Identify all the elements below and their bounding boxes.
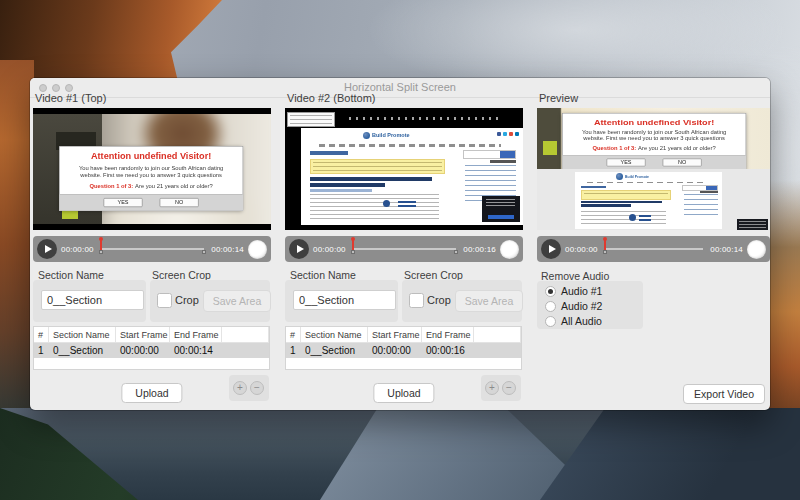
table-row[interactable]: 1 0__Section 00:00:00 00:00:16 (286, 343, 521, 358)
video1-section-name-input[interactable]: 0__Section (41, 290, 144, 310)
video1-panel-label: Video #1 (Top) (35, 92, 106, 104)
video1-player-bar: 00:00:00 00:00:14 (33, 236, 271, 262)
video1-trim-end-handle[interactable] (202, 250, 206, 254)
website-section-heading (310, 151, 348, 155)
video2-jog-knob[interactable] (500, 240, 519, 259)
video2-save-area-button[interactable]: Save Area (455, 290, 523, 312)
audio2-radio-label: Audio #2 (561, 300, 602, 312)
website-headline-2 (310, 183, 385, 187)
export-video-button[interactable]: Export Video (683, 384, 765, 404)
overlay-question-text: Are you 21 years old or older? (135, 183, 213, 189)
website-inline-logo (383, 199, 416, 210)
audio2-radio[interactable] (545, 301, 556, 312)
website-search-button (500, 151, 515, 158)
preview-play-button[interactable] (541, 239, 561, 259)
video2-remove-section-button[interactable]: − (502, 381, 516, 395)
video2-panel: Video #2 (Bottom) Build Promote (285, 78, 523, 410)
video2-trim-end-handle[interactable] (454, 250, 458, 254)
video2-playhead[interactable] (352, 240, 354, 250)
video1-panel: Video #1 (Top) Attention undefined Visit… (33, 78, 271, 410)
video1-current-time: 00:00:00 (61, 245, 94, 254)
video2-play-button[interactable] (289, 239, 309, 259)
video2-popup (287, 112, 335, 127)
video2-player-bar: 00:00:00 00:00:16 (285, 236, 523, 262)
app-window: Horizontal Split Screen Video #1 (Top) A… (30, 78, 770, 410)
preview-panel: Preview Attention undefined Visitor! You… (537, 78, 770, 410)
preview-jog-knob[interactable] (747, 240, 766, 259)
video2-section-name-input[interactable]: 0__Section (293, 290, 396, 310)
website-headline (581, 201, 662, 204)
video2-add-section-button[interactable]: + (485, 381, 499, 395)
preview-trim-start-handle[interactable] (603, 250, 607, 254)
ad-banner (737, 219, 768, 230)
video1-save-area-button[interactable]: Save Area (203, 290, 271, 312)
video1-jog-knob[interactable] (248, 240, 267, 259)
overlay-no-button: NO (160, 198, 199, 207)
video2-thumbnail: Build Promote (285, 108, 523, 230)
preview-panel-label: Preview (539, 92, 578, 104)
website-logo-text: Build Promote (372, 133, 410, 139)
cell-num: 1 (34, 345, 49, 356)
all-audio-radio-label: All Audio (561, 315, 602, 327)
video1-upload-button[interactable]: Upload (121, 383, 182, 403)
overlay-question-label: Question 1 of 3: (89, 183, 133, 189)
video2-crop-checkbox[interactable] (409, 293, 424, 308)
preview-overlay-dialog: Attention undefined Visitor! You have be… (562, 113, 746, 169)
col-section-name: Section Name (49, 327, 116, 342)
audio2-radio-row[interactable]: Audio #2 (545, 300, 602, 312)
overlay-body: You have been randomly to join our South… (69, 164, 232, 178)
video1-play-button[interactable] (37, 239, 57, 259)
play-icon (297, 245, 304, 253)
play-icon (549, 245, 556, 253)
overlay-yes-button: YES (607, 158, 646, 166)
website-logo: Build Promote (363, 130, 440, 142)
overlay-footer: YES NO (60, 194, 243, 210)
audio1-radio[interactable] (545, 286, 556, 297)
video1-overlay-dialog: Attention undefined Visitor! You have be… (59, 146, 243, 211)
preview-playhead[interactable] (604, 240, 606, 250)
globe-icon (363, 132, 370, 139)
video1-crop-checkbox[interactable] (157, 293, 172, 308)
overlay-body: You have been randomly to join our South… (572, 129, 735, 142)
preview-player-bar: 00:00:00 00:00:14 (537, 236, 770, 262)
website-sidebar-heading (490, 160, 517, 163)
website-sidebar-heading (700, 191, 718, 193)
table-row[interactable]: 1 0__Section 00:00:00 00:00:14 (34, 343, 269, 358)
website-meta-line (310, 189, 372, 191)
ad-banner (482, 196, 520, 222)
video2-crop-checkbox-label[interactable]: Crop (427, 294, 451, 306)
website-nav (319, 144, 501, 147)
video1-seek-track[interactable] (101, 248, 205, 250)
website-headline-2 (581, 204, 631, 207)
website-logo: Build Promote (616, 173, 693, 180)
website-nav (587, 182, 708, 184)
overlay-question-text: Are you 21 years old or older? (638, 145, 716, 150)
video2-trim-start-handle[interactable] (351, 250, 355, 254)
video1-trim-start-handle[interactable] (99, 250, 103, 254)
video1-remove-section-button[interactable]: − (250, 381, 264, 395)
all-audio-radio[interactable] (545, 316, 556, 327)
cell-end-frame: 00:00:14 (170, 345, 222, 356)
cell-section-name: 0__Section (49, 345, 116, 356)
col-num: # (286, 327, 301, 342)
table-header: # Section Name Start Frame End Frame (286, 327, 521, 343)
website-highlight-box (310, 159, 445, 174)
play-icon (45, 245, 52, 253)
video1-playhead[interactable] (100, 240, 102, 250)
video2-current-time: 00:00:00 (313, 245, 346, 254)
video2-seek-track[interactable] (353, 248, 457, 250)
table-header: # Section Name Start Frame End Frame (34, 327, 269, 343)
video1-add-section-button[interactable]: + (233, 381, 247, 395)
all-audio-radio-row[interactable]: All Audio (545, 315, 602, 327)
video2-upload-button[interactable]: Upload (373, 383, 434, 403)
preview-seek-track[interactable] (605, 248, 704, 250)
audio1-radio-label: Audio #1 (561, 285, 602, 297)
preview-current-time: 00:00:00 (565, 245, 598, 254)
website-section-heading (581, 186, 606, 188)
social-icons (497, 132, 519, 136)
video2-menubar (349, 117, 499, 120)
video1-add-remove-group: + − (229, 375, 269, 401)
audio1-radio-row[interactable]: Audio #1 (545, 285, 602, 297)
col-num: # (34, 327, 49, 342)
video1-crop-checkbox-label[interactable]: Crop (175, 294, 199, 306)
